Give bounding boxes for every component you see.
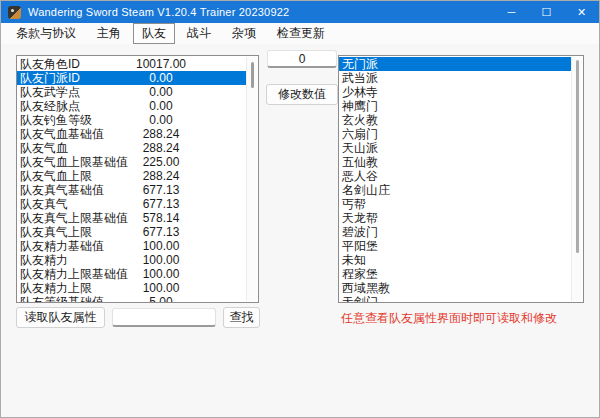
attribute-value: 288.24 bbox=[113, 169, 209, 183]
faction-label: 武当派 bbox=[342, 71, 378, 85]
app-icon bbox=[8, 6, 21, 19]
faction-row[interactable]: 天山派 bbox=[339, 141, 571, 155]
faction-row[interactable]: 天剑门 bbox=[339, 295, 571, 303]
attribute-name: 队友真气上限 bbox=[20, 225, 92, 239]
faction-scrollbar-thumb[interactable] bbox=[576, 60, 579, 253]
attribute-row[interactable]: 队友等级基础值 5.00 bbox=[17, 295, 246, 303]
menu-item-check-update[interactable]: 检查更新 bbox=[268, 23, 334, 44]
faction-row[interactable]: 五仙教 bbox=[339, 155, 571, 169]
window-controls: ─ ☐ ✕ bbox=[494, 1, 599, 23]
faction-label: 未知 bbox=[342, 253, 366, 267]
modify-value-button[interactable]: 修改数值 bbox=[266, 84, 338, 105]
attribute-row[interactable]: 队友武学点 0.00 bbox=[17, 85, 246, 99]
faction-row[interactable]: 无门派 bbox=[339, 57, 571, 71]
read-teammate-attributes-button[interactable]: 读取队友属性 bbox=[16, 307, 105, 328]
attribute-scrollbar[interactable] bbox=[246, 57, 257, 301]
faction-row[interactable]: 丐帮 bbox=[339, 197, 571, 211]
menu-item-terms[interactable]: 条款与协议 bbox=[7, 23, 85, 44]
faction-label: 程家堡 bbox=[342, 267, 378, 281]
menu-item-teammates[interactable]: 队友 bbox=[133, 23, 175, 44]
attribute-name: 队友钓鱼等级 bbox=[20, 113, 92, 127]
minimize-button[interactable]: ─ bbox=[494, 1, 529, 23]
menu-item-misc[interactable]: 杂项 bbox=[223, 23, 265, 44]
attribute-row[interactable]: 队友经脉点 0.00 bbox=[17, 99, 246, 113]
faction-row[interactable]: 西域黑教 bbox=[339, 281, 571, 295]
attribute-listbox[interactable]: 队友角色ID 10017.00 队友门派ID 0.00 队友武学点 0.00 队… bbox=[16, 55, 259, 303]
menubar: 条款与协议 主角 队友 战斗 杂项 检查更新 bbox=[1, 23, 599, 44]
close-button[interactable]: ✕ bbox=[564, 1, 599, 23]
faction-row[interactable]: 少林寺 bbox=[339, 85, 571, 99]
attribute-value: 677.13 bbox=[113, 183, 209, 197]
faction-row[interactable]: 玄火教 bbox=[339, 113, 571, 127]
faction-label: 天剑门 bbox=[342, 295, 378, 303]
attribute-row[interactable]: 队友气血上限 288.24 bbox=[17, 169, 246, 183]
faction-row[interactable]: 碧波门 bbox=[339, 225, 571, 239]
attribute-row[interactable]: 队友气血上限基础值 225.00 bbox=[17, 155, 246, 169]
attribute-name: 队友等级基础值 bbox=[20, 295, 104, 303]
attribute-name: 队友精力 bbox=[20, 253, 68, 267]
search-input[interactable] bbox=[112, 308, 216, 327]
faction-label: 玄火教 bbox=[342, 113, 378, 127]
window-title: Wandering Sword Steam V1.20.4 Trainer 20… bbox=[28, 6, 289, 18]
faction-row[interactable]: 未知 bbox=[339, 253, 571, 267]
faction-row[interactable]: 天龙帮 bbox=[339, 211, 571, 225]
faction-row[interactable]: 名剑山庄 bbox=[339, 183, 571, 197]
attribute-scrollbar-thumb[interactable] bbox=[251, 62, 254, 88]
attribute-name: 队友气血上限基础值 bbox=[20, 155, 128, 169]
attribute-value: 100.00 bbox=[113, 281, 209, 295]
attribute-value: 288.24 bbox=[113, 141, 209, 155]
attribute-name: 队友气血上限 bbox=[20, 169, 92, 183]
faction-label: 丐帮 bbox=[342, 197, 366, 211]
faction-label: 西域黑教 bbox=[342, 281, 390, 295]
attribute-value: 5.00 bbox=[113, 295, 209, 303]
value-input[interactable] bbox=[267, 50, 337, 68]
attribute-row[interactable]: 队友角色ID 10017.00 bbox=[17, 57, 246, 71]
attribute-value: 578.14 bbox=[113, 211, 209, 225]
menu-item-battle[interactable]: 战斗 bbox=[178, 23, 220, 44]
attribute-value: 225.00 bbox=[113, 155, 209, 169]
attribute-name: 队友真气 bbox=[20, 197, 68, 211]
attribute-row[interactable]: 队友真气上限基础值 578.14 bbox=[17, 211, 246, 225]
titlebar: Wandering Sword Steam V1.20.4 Trainer 20… bbox=[1, 1, 599, 23]
menu-item-protagonist[interactable]: 主角 bbox=[88, 23, 130, 44]
faction-list-rows: 无门派 武当派 少林寺 神鹰门 玄火教 六扇门 天山派 五仙教 恶人谷 名剑山庄… bbox=[339, 57, 571, 303]
attribute-value: 0.00 bbox=[113, 85, 209, 99]
attribute-row[interactable]: 队友气血基础值 288.24 bbox=[17, 127, 246, 141]
attribute-value: 100.00 bbox=[113, 239, 209, 253]
faction-row[interactable]: 六扇门 bbox=[339, 127, 571, 141]
attribute-row[interactable]: 队友真气 677.13 bbox=[17, 197, 246, 211]
faction-row[interactable]: 平阳堡 bbox=[339, 239, 571, 253]
attribute-name: 队友角色ID bbox=[20, 57, 80, 71]
faction-label: 碧波门 bbox=[342, 225, 378, 239]
maximize-button[interactable]: ☐ bbox=[529, 1, 564, 23]
faction-row[interactable]: 神鹰门 bbox=[339, 99, 571, 113]
attribute-row[interactable]: 队友真气上限 677.13 bbox=[17, 225, 246, 239]
faction-label: 六扇门 bbox=[342, 127, 378, 141]
attribute-row[interactable]: 队友钓鱼等级 0.00 bbox=[17, 113, 246, 127]
attribute-row[interactable]: 队友门派ID 0.00 bbox=[17, 71, 246, 85]
attribute-value: 677.13 bbox=[113, 197, 209, 211]
attribute-value: 0.00 bbox=[113, 113, 209, 127]
faction-row[interactable]: 武当派 bbox=[339, 71, 571, 85]
attribute-row[interactable]: 队友精力上限 100.00 bbox=[17, 281, 246, 295]
attribute-row[interactable]: 队友气血 288.24 bbox=[17, 141, 246, 155]
faction-row[interactable]: 程家堡 bbox=[339, 267, 571, 281]
faction-scrollbar[interactable] bbox=[571, 57, 582, 301]
attribute-row[interactable]: 队友精力 100.00 bbox=[17, 253, 246, 267]
faction-label: 五仙教 bbox=[342, 155, 378, 169]
faction-label: 平阳堡 bbox=[342, 239, 378, 253]
faction-row[interactable]: 恶人谷 bbox=[339, 169, 571, 183]
faction-label: 无门派 bbox=[342, 57, 378, 71]
trainer-window: Wandering Sword Steam V1.20.4 Trainer 20… bbox=[0, 0, 600, 418]
attribute-list-rows: 队友角色ID 10017.00 队友门派ID 0.00 队友武学点 0.00 队… bbox=[17, 57, 246, 303]
attribute-row[interactable]: 队友精力基础值 100.00 bbox=[17, 239, 246, 253]
attribute-value: 0.00 bbox=[113, 99, 209, 113]
attribute-row[interactable]: 队友精力上限基础值 100.00 bbox=[17, 267, 246, 281]
faction-listbox[interactable]: 无门派 武当派 少林寺 神鹰门 玄火教 六扇门 天山派 五仙教 恶人谷 名剑山庄… bbox=[338, 55, 584, 303]
find-button[interactable]: 查找 bbox=[223, 307, 260, 328]
attribute-row[interactable]: 队友真气基础值 677.13 bbox=[17, 183, 246, 197]
attribute-name: 队友精力基础值 bbox=[20, 239, 104, 253]
attribute-name: 队友真气基础值 bbox=[20, 183, 104, 197]
attribute-name: 队友精力上限 bbox=[20, 281, 92, 295]
attribute-name: 队友真气上限基础值 bbox=[20, 211, 128, 225]
